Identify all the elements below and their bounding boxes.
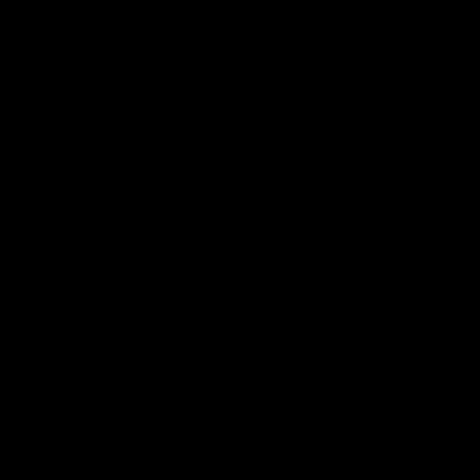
bottleneck-heatmap bbox=[21, 21, 455, 455]
selection-marker bbox=[0, 0, 4, 4]
chart-frame bbox=[0, 0, 476, 476]
crosshair-vertical bbox=[0, 21, 1, 455]
crosshair-horizontal bbox=[21, 0, 455, 1]
